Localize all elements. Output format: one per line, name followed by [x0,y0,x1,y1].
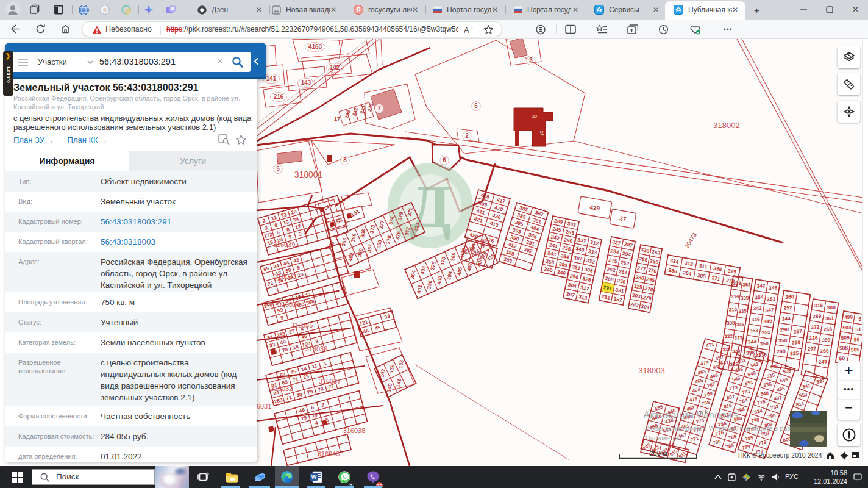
svg-text:320: 320 [732,348,741,354]
svg-text:"Параметры".: "Параметры". [643,434,686,442]
svg-text:8: 8 [343,157,347,163]
svg-text:353: 353 [750,327,759,334]
svg-text:316: 316 [814,302,824,309]
svg-text:316038: 316038 [343,427,366,434]
svg-text:258: 258 [792,339,801,346]
svg-text:50: 50 [839,355,845,361]
svg-text:289: 289 [813,313,822,320]
svg-text:24: 24 [539,131,544,136]
svg-text:ПКК © Росреестр 2010-2024: ПКК © Росреестр 2010-2024 [738,451,822,459]
svg-text:504: 504 [842,324,852,331]
svg-text:342: 342 [756,282,766,289]
svg-text:349: 349 [763,318,772,325]
svg-text:339: 339 [741,295,749,301]
svg-text:Я: Я [356,7,360,13]
svg-text:316036: 316036 [305,345,328,353]
svg-text:244: 244 [781,315,791,322]
svg-text:20: 20 [532,114,537,118]
svg-text:350: 350 [760,340,769,347]
svg-text:260: 260 [820,348,829,354]
svg-text:508: 508 [839,345,848,351]
svg-text:A: A [464,26,469,35]
svg-text:499: 499 [844,314,853,321]
svg-text:354: 354 [755,294,764,301]
svg-text:358: 358 [778,337,788,343]
svg-text:316043: 316043 [318,450,340,458]
svg-text:355: 355 [761,329,770,336]
svg-text:309: 309 [733,281,741,287]
svg-text:351: 351 [767,296,776,303]
svg-text:268: 268 [824,326,833,332]
svg-text:Чтобы активировать Windows, пе: Чтобы активировать Windows, перейдите в … [643,425,802,432]
svg-text:323: 323 [734,335,742,341]
svg-text:326: 326 [809,335,818,342]
svg-text:334: 334 [722,346,731,353]
svg-text:360: 360 [785,293,794,300]
svg-text:6: 6 [443,157,446,163]
svg-text:7: 7 [377,105,381,112]
svg-text:348: 348 [769,285,778,292]
svg-text:2: 2 [465,132,469,139]
svg-text:300: 300 [827,304,836,311]
svg-text:17: 17 [334,116,340,122]
svg-text:W: W [311,474,317,480]
svg-text:5: 5 [858,316,862,322]
svg-text:272: 272 [811,324,820,331]
svg-text:4160: 4160 [308,43,322,50]
svg-text:316033: 316033 [274,273,297,280]
svg-text:343: 343 [753,305,762,312]
svg-text:200 м: 200 м [650,450,667,457]
svg-text:248: 248 [777,348,786,354]
svg-text:352: 352 [742,282,751,288]
svg-text:347: 347 [765,307,774,314]
svg-text:50: 50 [854,336,860,342]
svg-text:318002: 318002 [713,121,739,130]
svg-text:249: 249 [818,358,827,365]
svg-text:314: 314 [731,293,739,300]
svg-text:316039: 316039 [273,241,296,248]
svg-text:316031: 316031 [256,403,271,410]
svg-text:51: 51 [855,326,861,332]
svg-text:322: 322 [725,334,733,340]
svg-text:141: 141 [266,75,277,82]
svg-text:143: 143 [301,79,311,86]
svg-text:298: 298 [780,326,789,333]
svg-text:316037: 316037 [319,378,341,385]
svg-text:6: 6 [474,102,478,109]
svg-text:344: 344 [748,339,757,345]
svg-text:257: 257 [793,328,802,335]
svg-text:505: 505 [851,346,860,353]
svg-text:252: 252 [783,304,792,311]
svg-text:325: 325 [790,350,799,357]
svg-text:509: 509 [841,334,850,341]
svg-text:292: 292 [807,345,816,352]
svg-text:5: 5 [276,165,280,172]
svg-text:335: 335 [738,309,747,315]
svg-text:359: 359 [822,337,831,343]
svg-text:216: 216 [274,93,284,100]
svg-text:308: 308 [727,320,735,326]
svg-text:316032: 316032 [271,385,293,392]
svg-text:345: 345 [736,321,745,328]
svg-text:Активация Windows: Активация Windows [643,409,739,421]
svg-text:318003: 318003 [638,366,664,375]
svg-text:316035: 316035 [291,321,313,329]
svg-text:346: 346 [751,316,760,323]
svg-text:316034: 316034 [278,301,301,308]
svg-text:310: 310 [728,307,737,313]
svg-text:361: 361 [825,315,834,321]
